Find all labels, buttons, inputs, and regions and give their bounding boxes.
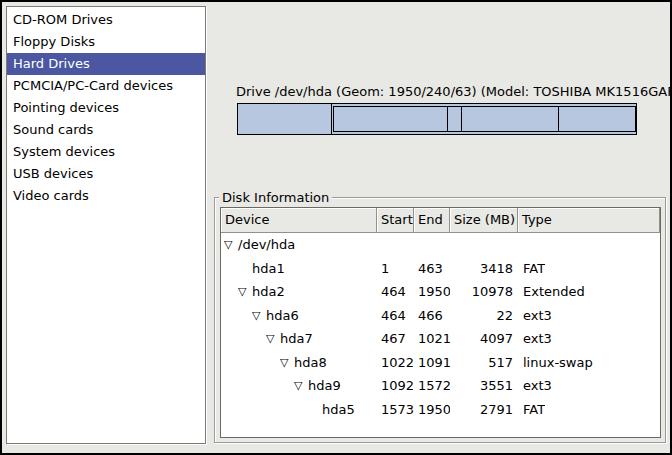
type-cell: ext3 (518, 374, 552, 398)
table-body: ▽/dev/hdahda114633418FAT▽hda246419501097… (221, 233, 660, 421)
table-header: DeviceStartEndSize (MB)Type (221, 208, 660, 233)
tree-indent (221, 398, 308, 422)
table-row-hda6[interactable]: ▽hda646446622ext3 (221, 304, 660, 328)
table-row-hda7[interactable]: ▽hda746710214097ext3 (221, 327, 660, 351)
device-label: hda2 (252, 280, 285, 304)
start-cell: 1 (377, 257, 414, 281)
type-cell: FAT (518, 257, 545, 281)
device-cell: ▽hda9 (221, 374, 377, 398)
device-label: hda5 (322, 398, 355, 422)
partition-divider-after-hda9 (558, 107, 559, 131)
drive-title: Drive /dev/hda (Geom: 1950/240/63) (Mode… (236, 84, 672, 99)
expander-open-icon[interactable]: ▽ (238, 280, 252, 304)
size-cell: 4097 (450, 327, 518, 351)
tree-indent (221, 257, 238, 281)
size-cell: 517 (450, 351, 518, 375)
size-cell: 10978 (450, 280, 518, 304)
device-label: /dev/hda (238, 233, 295, 257)
type-cell: ext3 (518, 304, 552, 328)
table-row-hda2[interactable]: ▽hda2464195010978Extended (221, 280, 660, 304)
end-cell: 463 (414, 257, 450, 281)
tree-indent (221, 374, 294, 398)
expander-open-icon[interactable]: ▽ (266, 327, 280, 351)
table-row-hda8[interactable]: ▽hda810221091517linux-swap (221, 351, 660, 375)
device-label: hda7 (280, 327, 313, 351)
type-cell: Extended (518, 280, 585, 304)
size-cell: 3418 (450, 257, 518, 281)
disk-information-frame: Disk Information DeviceStartEndSize (MB)… (214, 197, 666, 443)
table-row-hda1[interactable]: hda114633418FAT (221, 257, 660, 281)
column-header-size-mb[interactable]: Size (MB) (450, 208, 518, 233)
start-cell (377, 233, 414, 257)
start-cell: 464 (377, 304, 414, 328)
device-cell: ▽/dev/hda (221, 233, 377, 257)
table-row-hda5[interactable]: hda5157319502791FAT (221, 398, 660, 422)
type-cell: ext3 (518, 327, 552, 351)
device-cell: ▽hda6 (221, 304, 377, 328)
start-cell: 1022 (377, 351, 414, 375)
device-cell: hda5 (221, 398, 377, 422)
start-cell: 1092 (377, 374, 414, 398)
device-cell: ▽hda8 (221, 351, 377, 375)
partition-divider-after-hda7 (447, 107, 448, 131)
end-cell (414, 233, 450, 257)
tree-indent (221, 280, 238, 304)
device-cell: ▽hda2 (221, 280, 377, 304)
end-cell: 1572 (414, 374, 450, 398)
partition-divider-after-hda8 (461, 107, 462, 131)
hardware-browser-window: CD-ROM DrivesFloppy DisksHard DrivesPCMC… (0, 0, 672, 455)
sidebar-item-hard-drives[interactable]: Hard Drives (7, 53, 205, 75)
partition-segment-hda1 (238, 104, 332, 134)
table-row-dev-hda[interactable]: ▽/dev/hda (221, 233, 660, 257)
column-header-type[interactable]: Type (518, 208, 660, 233)
sidebar-item-system-devices[interactable]: System devices (7, 141, 205, 163)
partition-segment-hda2-extended (333, 106, 636, 132)
device-cell: hda1 (221, 257, 377, 281)
expander-open-icon[interactable]: ▽ (252, 304, 266, 328)
device-label: hda8 (294, 351, 327, 375)
end-cell: 1950 (414, 280, 450, 304)
column-header-device[interactable]: Device (221, 208, 377, 233)
end-cell: 1950 (414, 398, 450, 422)
type-cell (518, 233, 523, 257)
size-cell: 22 (450, 304, 518, 328)
column-header-end[interactable]: End (414, 208, 450, 233)
expander-open-icon[interactable]: ▽ (294, 374, 308, 398)
start-cell: 464 (377, 280, 414, 304)
sidebar-item-cd-rom-drives[interactable]: CD-ROM Drives (7, 9, 205, 31)
column-header-start[interactable]: Start (377, 208, 414, 233)
expander-open-icon[interactable]: ▽ (224, 233, 238, 257)
type-cell: linux-swap (518, 351, 593, 375)
sidebar-item-sound-cards[interactable]: Sound cards (7, 119, 205, 141)
size-cell (450, 233, 518, 257)
expander-spacer (308, 398, 322, 422)
partition-bar (237, 103, 637, 135)
sidebar-item-video-cards[interactable]: Video cards (7, 185, 205, 207)
end-cell: 1091 (414, 351, 450, 375)
tree-indent (221, 351, 280, 375)
disk-information-label: Disk Information (219, 189, 332, 206)
expander-spacer (238, 257, 252, 281)
table-row-hda9[interactable]: ▽hda9109215723551ext3 (221, 374, 660, 398)
device-category-list: CD-ROM DrivesFloppy DisksHard DrivesPCMC… (6, 6, 206, 444)
tree-indent (221, 304, 252, 328)
sidebar-item-floppy-disks[interactable]: Floppy Disks (7, 31, 205, 53)
device-cell: ▽hda7 (221, 327, 377, 351)
device-label: hda1 (252, 257, 285, 281)
device-label: hda6 (266, 304, 299, 328)
end-cell: 1021 (414, 327, 450, 351)
device-label: hda9 (308, 374, 341, 398)
start-cell: 1573 (377, 398, 414, 422)
sidebar-item-usb-devices[interactable]: USB devices (7, 163, 205, 185)
sidebar-item-pcmcia-pc-card-devices[interactable]: PCMCIA/PC-Card devices (7, 75, 205, 97)
sidebar-item-pointing-devices[interactable]: Pointing devices (7, 97, 205, 119)
end-cell: 466 (414, 304, 450, 328)
size-cell: 2791 (450, 398, 518, 422)
start-cell: 467 (377, 327, 414, 351)
disk-information-table: DeviceStartEndSize (MB)Type ▽/dev/hdahda… (220, 207, 661, 438)
type-cell: FAT (518, 398, 545, 422)
size-cell: 3551 (450, 374, 518, 398)
expander-open-icon[interactable]: ▽ (280, 351, 294, 375)
tree-indent (221, 327, 266, 351)
